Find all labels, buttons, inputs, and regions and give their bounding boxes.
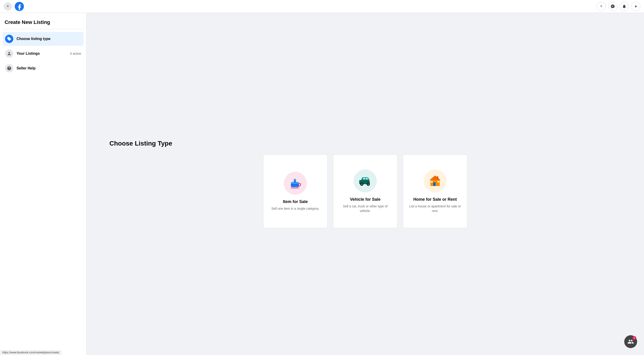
sidebar-help-icon — [5, 64, 13, 72]
messenger-icon — [610, 4, 615, 9]
svg-point-5 — [294, 179, 296, 180]
facebook-logo — [15, 2, 24, 11]
svg-rect-9 — [366, 178, 368, 180]
topbar-left: × — [4, 2, 24, 11]
topbar: × + ▾ — [0, 0, 644, 13]
item-for-sale-icon-circle — [284, 172, 307, 195]
main-content: Choose Listing Type — [86, 13, 644, 355]
statusbar: https://www.facebook.com/marketplace/cre… — [0, 350, 62, 355]
item-for-sale-desc: Sell one item in a single category. — [272, 206, 319, 211]
cards-container: Item for Sale Sell one item in a single … — [263, 155, 467, 228]
sidebar-item-seller-help[interactable]: Seller Help — [3, 61, 84, 75]
svg-marker-15 — [430, 175, 440, 180]
svg-rect-8 — [363, 178, 365, 180]
people-fab-button[interactable]: 0 — [624, 335, 637, 348]
svg-point-6 — [290, 187, 300, 189]
svg-rect-19 — [438, 181, 439, 183]
sidebar-item-choose-listing-type[interactable]: Choose listing type — [3, 32, 84, 46]
home-for-sale-card[interactable]: Home for Sale or Rent List a house or ap… — [403, 155, 467, 228]
house-icon — [428, 174, 442, 188]
item-for-sale-title: Item for Sale — [283, 199, 308, 204]
home-for-sale-icon-circle — [424, 169, 446, 192]
svg-rect-17 — [433, 182, 436, 186]
section-title: Choose Listing Type — [110, 140, 172, 147]
sidebar-seller-help-label: Seller Help — [16, 66, 81, 70]
svg-rect-20 — [437, 176, 438, 179]
bell-icon — [622, 4, 626, 9]
vehicle-for-sale-card[interactable]: Vehicle for Sale Sell a car, truck or ot… — [333, 155, 398, 228]
vehicle-for-sale-icon-circle — [354, 169, 377, 192]
home-for-sale-desc: List a house or apartment for sale or re… — [409, 204, 462, 213]
layout: Create New Listing Choose listing type Y… — [0, 13, 644, 355]
home-for-sale-title: Home for Sale or Rent — [413, 197, 457, 202]
messenger-button[interactable] — [608, 2, 617, 11]
sidebar-tag-icon — [5, 35, 13, 43]
sidebar-item-your-listings[interactable]: Your Listings 0 active — [3, 47, 84, 61]
status-url: https://www.facebook.com/marketplace/cre… — [2, 351, 59, 354]
svg-rect-14 — [369, 180, 371, 181]
svg-point-11 — [361, 183, 362, 185]
topbar-right: + ▾ — [597, 2, 640, 11]
account-menu-button[interactable]: ▾ — [631, 2, 640, 11]
sidebar-listings-badge: 0 active — [70, 52, 81, 55]
sidebar-title: Create New Listing — [3, 18, 84, 29]
sidebar-choose-listing-label: Choose listing type — [16, 37, 81, 41]
fab-badge: 0 — [632, 336, 636, 340]
svg-point-13 — [368, 183, 369, 185]
sidebar-person-icon — [5, 50, 13, 58]
sidebar-your-listings-label: Your Listings — [16, 52, 67, 56]
sidebar: Create New Listing Choose listing type Y… — [0, 13, 86, 355]
close-button[interactable]: × — [4, 2, 12, 11]
item-for-sale-card[interactable]: Item for Sale Sell one item in a single … — [263, 155, 328, 228]
car-icon — [358, 174, 372, 188]
vehicle-for-sale-title: Vehicle for Sale — [350, 197, 380, 202]
teapot-icon — [288, 176, 302, 190]
add-button[interactable]: + — [597, 2, 606, 11]
people-icon — [628, 338, 634, 345]
vehicle-for-sale-desc: Sell a car, truck or other type of vehic… — [339, 204, 392, 213]
notifications-button[interactable] — [620, 2, 629, 11]
